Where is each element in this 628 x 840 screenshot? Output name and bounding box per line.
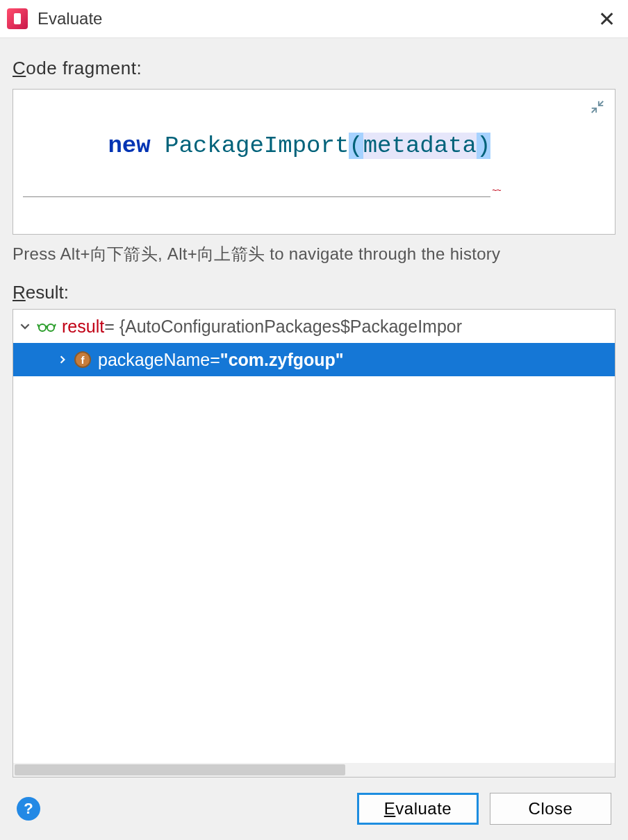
history-navigation-hint: Press Alt+向下箭头, Alt+向上箭头 to navigate thr…: [13, 243, 615, 265]
code-close-paren: ): [477, 133, 490, 159]
svg-point-0: [39, 324, 46, 331]
code-param: metadata: [363, 133, 477, 159]
titlebar: Evaluate ✕: [0, 0, 628, 38]
close-button[interactable]: Close: [490, 793, 611, 825]
scrollbar-thumb[interactable]: [15, 764, 345, 775]
chevron-right-icon[interactable]: [55, 355, 70, 364]
result-field-value: "com.zyfgoup": [220, 350, 344, 370]
horizontal-scrollbar[interactable]: [13, 763, 615, 777]
svg-point-1: [47, 324, 54, 331]
result-field-name: packageName: [98, 350, 210, 370]
result-variable-name: result: [62, 317, 104, 337]
code-classname: PackageImport: [165, 133, 349, 159]
chevron-down-icon[interactable]: [17, 321, 33, 331]
help-icon[interactable]: ?: [17, 797, 40, 821]
error-squiggle-icon: ~~: [492, 185, 500, 197]
expand-icon[interactable]: [590, 99, 605, 115]
result-tree: result = {AutoConfigurationPackages$Pack…: [13, 309, 615, 778]
window-title: Evaluate: [38, 9, 593, 28]
evaluate-button[interactable]: Evaluate: [357, 793, 479, 825]
code-keyword: new: [108, 133, 150, 159]
app-icon: [7, 8, 28, 29]
result-variable-value: = {AutoConfigurationPackages$PackageImpo…: [104, 317, 462, 337]
watch-icon: [37, 319, 56, 333]
result-field-eq: =: [210, 350, 220, 370]
code-open-paren: (: [349, 133, 363, 159]
code-fragment-label: Code fragment:: [13, 58, 615, 79]
dialog-footer: ? Evaluate Close: [13, 778, 615, 828]
dialog-content: Code fragment: new PackageImport(metadat…: [0, 38, 628, 840]
result-label: Result:: [13, 282, 615, 303]
result-tree-root[interactable]: result = {AutoConfigurationPackages$Pack…: [13, 310, 615, 343]
code-fragment-input[interactable]: new PackageImport(metadata) ~~: [13, 89, 615, 235]
field-icon: f: [74, 351, 91, 368]
close-icon[interactable]: ✕: [593, 7, 621, 31]
result-tree-child[interactable]: f packageName = "com.zyfgoup": [13, 343, 615, 376]
